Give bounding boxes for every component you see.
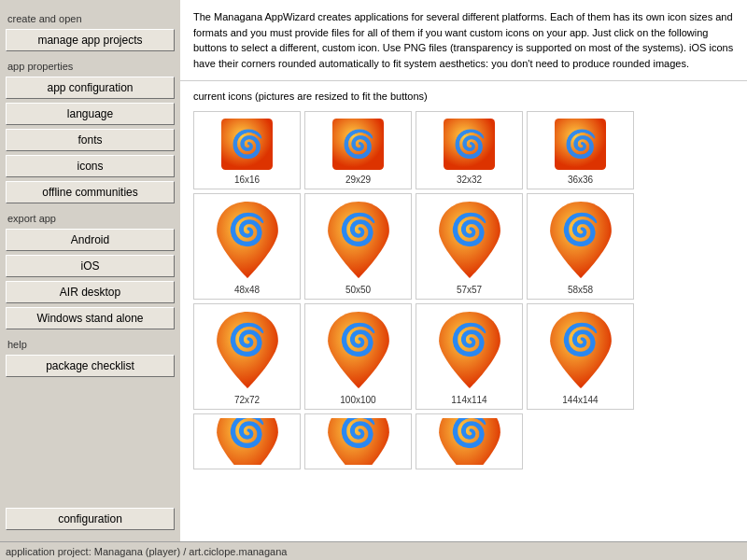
app-icon-svg-29: 🌀: [332, 119, 384, 170]
icon-label-72: 72x72: [234, 395, 260, 405]
windows-standalone-button[interactable]: Windows stand alone: [6, 307, 175, 329]
icon-canvas-29: 🌀: [331, 116, 387, 172]
manage-app-projects-button[interactable]: manage app projects: [6, 29, 175, 51]
icon-canvas-58: 🌀: [534, 198, 627, 282]
svg-text:🌀: 🌀: [561, 211, 599, 248]
svg-text:🌀: 🌀: [228, 321, 266, 358]
app-icon-svg-144: 🌀: [539, 308, 623, 392]
icon-item-100[interactable]: 🌀 100x100: [304, 303, 412, 410]
svg-text:🌀: 🌀: [342, 128, 375, 161]
description-box: The Managana AppWizard creates applicati…: [180, 0, 747, 81]
icon-label-114: 114x114: [451, 395, 486, 405]
fonts-button[interactable]: fonts: [6, 129, 175, 151]
icon-item-extra2[interactable]: 🌀: [304, 413, 412, 469]
icons-grid: 🌀 16x16: [193, 111, 734, 469]
app-icon-svg-extra2: 🌀: [317, 418, 401, 465]
icon-label-48: 48x48: [234, 285, 260, 295]
icon-item-48[interactable]: 🌀 48x48: [193, 193, 301, 300]
icon-canvas-72: 🌀: [201, 308, 294, 392]
app-icon-svg-58: 🌀: [539, 198, 623, 282]
icon-canvas-50: 🌀: [312, 198, 405, 282]
icon-item-114[interactable]: 🌀 114x114: [416, 303, 523, 410]
svg-text:🌀: 🌀: [339, 321, 377, 358]
package-checklist-button[interactable]: package checklist: [6, 355, 175, 377]
configuration-button[interactable]: configuration: [6, 508, 175, 530]
offline-communities-button[interactable]: offline communities: [6, 181, 175, 203]
svg-text:🌀: 🌀: [453, 128, 486, 161]
svg-text:🌀: 🌀: [231, 128, 264, 161]
svg-text:🌀: 🌀: [339, 211, 377, 248]
icons-section: current icons (pictures are resized to f…: [180, 81, 747, 479]
icon-canvas-16: 🌀: [219, 116, 275, 172]
icon-item-58[interactable]: 🌀 58x58: [527, 193, 634, 300]
icon-canvas-144: 🌀: [534, 308, 627, 392]
icon-label-144: 144x144: [562, 395, 598, 405]
status-text: application project: Managana (player) /…: [6, 546, 287, 557]
icon-item-57[interactable]: 🌀 57x57: [416, 193, 523, 300]
icon-item-extra1[interactable]: 🌀: [193, 413, 301, 469]
app-icon-svg-50: 🌀: [317, 198, 401, 282]
icon-canvas-114: 🌀: [423, 308, 516, 392]
icon-label-32: 32x32: [457, 175, 482, 185]
create-open-label: create and open: [6, 13, 175, 24]
icon-item-144[interactable]: 🌀 144x144: [527, 303, 634, 410]
app-icon-svg-16: 🌀: [221, 119, 273, 170]
svg-text:🌀: 🌀: [450, 418, 488, 450]
icon-item-extra3[interactable]: 🌀: [416, 413, 523, 469]
app-icon-svg-36: 🌀: [555, 119, 606, 170]
icon-canvas-extra2: 🌀: [312, 418, 405, 465]
sidebar: create and open manage app projects app …: [0, 0, 180, 541]
svg-text:🌀: 🌀: [228, 418, 266, 450]
svg-text:🌀: 🌀: [564, 128, 598, 161]
svg-text:🌀: 🌀: [561, 321, 599, 358]
content-area: The Managana AppWizard creates applicati…: [180, 0, 747, 541]
svg-text:🌀: 🌀: [339, 418, 377, 450]
icons-button[interactable]: icons: [6, 155, 175, 177]
icon-item-32[interactable]: 🌀 32x32: [416, 111, 523, 189]
svg-text:🌀: 🌀: [450, 211, 488, 248]
svg-text:🌀: 🌀: [450, 321, 488, 358]
app-icon-svg-72: 🌀: [205, 308, 289, 392]
app-icon-svg-57: 🌀: [428, 198, 512, 282]
icon-item-16[interactable]: 🌀 16x16: [193, 111, 301, 189]
icon-label-29: 29x29: [345, 175, 371, 185]
app-icon-svg-48: 🌀: [205, 198, 289, 282]
app-icon-svg-100: 🌀: [317, 308, 401, 392]
icon-canvas-36: 🌀: [553, 116, 609, 172]
icon-label-58: 58x58: [568, 285, 593, 295]
icon-canvas-48: 🌀: [201, 198, 294, 282]
description-text: The Managana AppWizard creates applicati…: [193, 11, 733, 69]
icon-label-16: 16x16: [234, 175, 260, 185]
android-button[interactable]: Android: [6, 229, 175, 251]
air-desktop-button[interactable]: AIR desktop: [6, 281, 175, 303]
icon-canvas-57: 🌀: [423, 198, 516, 282]
icon-item-29[interactable]: 🌀 29x29: [304, 111, 412, 189]
icon-canvas-extra3: 🌀: [423, 418, 516, 465]
icon-item-50[interactable]: 🌀 50x50: [304, 193, 412, 300]
export-app-label: export app: [6, 213, 175, 224]
icon-canvas-32: 🌀: [442, 116, 498, 172]
ios-button[interactable]: iOS: [6, 255, 175, 277]
icon-canvas-extra1: 🌀: [201, 418, 294, 465]
icon-label-57: 57x57: [457, 285, 482, 295]
app-icon-svg-114: 🌀: [428, 308, 512, 392]
icons-section-title: current icons (pictures are resized to f…: [193, 91, 734, 102]
icon-canvas-100: 🌀: [312, 308, 405, 392]
icon-item-72[interactable]: 🌀 72x72: [193, 303, 301, 410]
app-configuration-button[interactable]: app configuration: [6, 77, 175, 99]
help-label: help: [6, 339, 175, 350]
app-icon-svg-extra1: 🌀: [205, 418, 289, 465]
status-bar: application project: Managana (player) /…: [0, 541, 747, 560]
icon-label-100: 100x100: [340, 395, 375, 405]
app-icon-svg-32: 🌀: [444, 119, 495, 170]
icon-item-36[interactable]: 🌀 36x36: [527, 111, 634, 189]
svg-text:🌀: 🌀: [228, 211, 266, 248]
icon-label-36: 36x36: [568, 175, 593, 185]
app-properties-label: app properties: [6, 61, 175, 72]
language-button[interactable]: language: [6, 103, 175, 125]
app-icon-svg-extra3: 🌀: [428, 418, 512, 465]
icon-label-50: 50x50: [345, 285, 371, 295]
